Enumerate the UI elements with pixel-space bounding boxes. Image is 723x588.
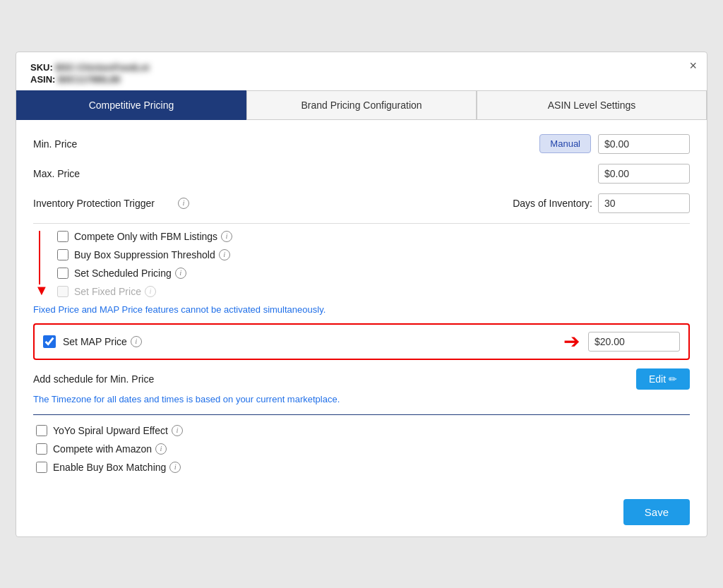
save-button[interactable]: Save [623, 499, 690, 525]
checkbox-scheduled-row: Set Scheduled Pricing i [54, 268, 690, 279]
tab-asin[interactable]: ASIN Level Settings [477, 90, 707, 120]
map-price-input-wrap: ➔ [563, 332, 680, 352]
checkbox-amazon-label: Compete with Amazon [53, 443, 152, 455]
asin-label: ASIN: [30, 74, 55, 85]
buyboxmatch-info-icon[interactable]: i [169, 462, 181, 473]
min-price-label: Min. Price [33, 138, 174, 150]
max-price-input[interactable] [598, 164, 690, 184]
map-price-box: Set MAP Price i ➔ [33, 323, 690, 360]
checkbox-buyboxmatch-row: Enable Buy Box Matching i [33, 462, 690, 473]
manual-button[interactable]: Manual [539, 134, 591, 153]
days-input[interactable] [598, 193, 690, 213]
checkbox-buybox[interactable] [57, 249, 68, 260]
checkbox-scheduled[interactable] [57, 268, 68, 279]
close-button[interactable]: × [689, 59, 697, 72]
sku-label: SKU: [30, 62, 53, 73]
amazon-info-icon[interactable]: i [155, 443, 167, 455]
checkbox-yoyo[interactable] [36, 425, 47, 436]
inventory-label: Inventory Protection Trigger [33, 198, 174, 209]
annotation-arrow-down: ▼ [35, 283, 49, 297]
sku-line: SKU: BSC-ChickenFeedLot [30, 62, 693, 73]
map-price-input[interactable] [588, 332, 680, 352]
modal-footer: Save [623, 499, 690, 525]
bottom-divider [33, 414, 690, 415]
divider-1 [33, 223, 690, 224]
checkbox-map[interactable] [43, 335, 56, 348]
schedule-label: Add schedule for Min. Price [33, 373, 154, 385]
yoyo-info-icon[interactable]: i [172, 425, 183, 436]
inventory-info-icon[interactable]: i [178, 198, 189, 209]
modal-header: SKU: BSC-ChickenFeedLot ASIN: B0C117M0L8… [16, 52, 707, 90]
checkbox-fbm[interactable] [57, 231, 68, 242]
checkbox-amazon[interactable] [36, 443, 47, 455]
checkbox-buyboxmatch-label: Enable Buy Box Matching [53, 462, 166, 473]
annotation-bracket: ▼ [33, 231, 46, 297]
checkbox-fixed-row: Set Fixed Price i [54, 286, 690, 297]
fixed-info-icon[interactable]: i [145, 286, 156, 297]
checkbox-fixed-label: Set Fixed Price [74, 286, 141, 297]
checkbox-yoyo-row: YoYo Spiral Upward Effect i [33, 425, 690, 436]
checkbox-buyboxmatch[interactable] [36, 462, 47, 473]
buybox-info-icon[interactable]: i [219, 249, 230, 260]
max-price-row: Max. Price [33, 164, 690, 184]
schedule-row: Add schedule for Min. Price Edit ✏ [33, 368, 690, 390]
scheduled-info-icon[interactable]: i [175, 268, 186, 279]
tabs-container: Competitive Pricing Brand Pricing Config… [16, 90, 707, 120]
asin-value: B0C117M0L89 [58, 74, 120, 85]
max-price-label: Max. Price [33, 168, 174, 179]
inventory-row: Inventory Protection Trigger i Days of I… [33, 193, 690, 213]
red-arrow-icon: ➔ [563, 332, 580, 352]
checkbox-buybox-label: Buy Box Suppression Threshold [74, 249, 215, 260]
modal: × SKU: BSC-ChickenFeedLot ASIN: B0C117M0… [16, 52, 707, 537]
warning-text: Fixed Price and MAP Price features canno… [33, 304, 690, 315]
checkbox-amazon-row: Compete with Amazon i [33, 443, 690, 455]
checkbox-fixed[interactable] [57, 286, 68, 297]
tab-competitive[interactable]: Competitive Pricing [16, 90, 246, 120]
checkbox-buybox-row: Buy Box Suppression Threshold i [54, 249, 690, 260]
checkbox-fbm-row: Compete Only with FBM Listings i [54, 231, 690, 242]
checkbox-yoyo-label: YoYo Spiral Upward Effect [53, 425, 168, 436]
fbm-info-icon[interactable]: i [221, 231, 232, 242]
edit-button[interactable]: Edit ✏ [636, 368, 690, 390]
days-label: Days of Inventory: [513, 198, 592, 209]
map-info-icon[interactable]: i [131, 336, 142, 347]
map-price-label: Set MAP Price [63, 336, 127, 347]
min-price-input[interactable] [598, 134, 690, 154]
timezone-text: The Timezone for all dates and times is … [33, 394, 690, 404]
min-price-row: Min. Price Manual [33, 134, 690, 154]
tab-content-competitive: Min. Price Manual Max. Price Inventory P… [16, 120, 707, 494]
sku-value: BSC-ChickenFeedLot [55, 62, 149, 73]
modal-overlay: × SKU: BSC-ChickenFeedLot ASIN: B0C117M0… [0, 0, 723, 588]
checkbox-group: ▼ Compete Only with FBM Listings i Buy B… [33, 231, 690, 297]
checkbox-fbm-label: Compete Only with FBM Listings [74, 231, 217, 242]
annotation-line [39, 231, 40, 284]
asin-line: ASIN: B0C117M0L89 [30, 74, 693, 85]
checkbox-scheduled-label: Set Scheduled Pricing [74, 268, 172, 279]
tab-brand[interactable]: Brand Pricing Configuration [246, 90, 477, 120]
